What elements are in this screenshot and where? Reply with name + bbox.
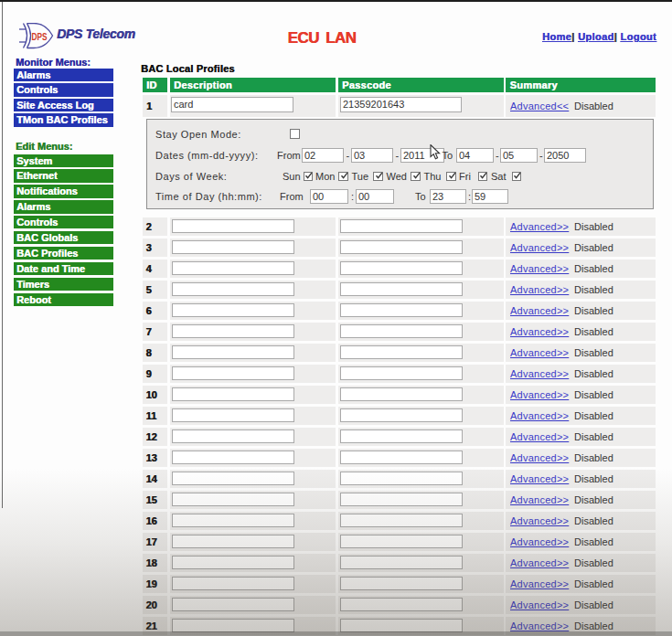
svg-text:DPS: DPS <box>32 32 48 42</box>
